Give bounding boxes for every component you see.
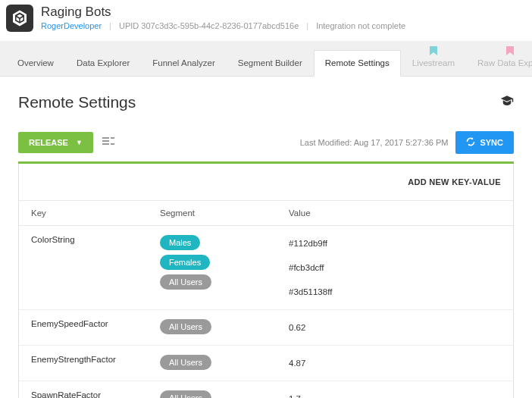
priority-icon[interactable] [102, 136, 114, 149]
segment-pill[interactable]: All Users [160, 274, 211, 290]
segment-cell: All Users [160, 355, 289, 371]
caret-down-icon: ▼ [76, 139, 83, 146]
table-row[interactable]: EnemyStrengthFactorAll Users4.87 [19, 346, 513, 381]
value-text: 4.87 [289, 355, 501, 371]
value-cell: 1.7 [289, 390, 501, 398]
value-text: #fcb3dcff [289, 259, 501, 276]
segment-pill[interactable]: Females [160, 255, 210, 270]
tab-funnel-analyzer[interactable]: Funnel Analyzer [141, 50, 226, 76]
value-cell: #112db9ff#fcb3dcff#3d51138ff [289, 235, 501, 300]
table-row[interactable]: ColorStringMalesFemalesAll Users#112db9f… [19, 226, 513, 310]
table-row[interactable]: SpawnRateFactorAll Users1.7 [19, 381, 513, 398]
segment-cell: MalesFemalesAll Users [160, 235, 289, 300]
tab-remote-settings[interactable]: Remote Settings [314, 50, 401, 77]
col-value: Value [289, 208, 501, 218]
app-meta: RogerDeveloper | UPID 307c3d3c-595b-44c2… [41, 21, 405, 30]
key-cell: SpawnRateFactor [31, 390, 160, 398]
key-cell: EnemyStrengthFactor [31, 355, 160, 371]
value-cell: 0.62 [289, 319, 501, 336]
main-tabs: Overview Data Explorer Funnel Analyzer S… [0, 41, 532, 77]
segment-pill[interactable]: All Users [160, 355, 211, 370]
tab-overview[interactable]: Overview [6, 50, 65, 76]
table-header: Key Segment Value [19, 200, 513, 226]
value-cell: 4.87 [289, 355, 501, 371]
unity-logo-icon [6, 5, 33, 32]
key-cell: EnemySpeedFactor [31, 319, 160, 336]
tab-raw-data-export[interactable]: Raw Data Export [466, 50, 532, 76]
upid-text: UPID 307c3d3c-595b-44c2-8236-0177abcd516… [119, 21, 299, 30]
action-bar: RELEASE ▼ Last Modified: Aug 17, 2017 5:… [18, 131, 514, 154]
refresh-icon [466, 137, 475, 148]
graduation-cap-icon[interactable] [500, 94, 514, 111]
last-modified-text: Last Modified: Aug 17, 2017 5:27:36 PM [300, 138, 449, 147]
settings-panel: ADD NEW KEY-VALUE Key Segment Value Colo… [18, 164, 514, 398]
page-title: Remote Settings [18, 93, 136, 111]
bookmark-icon [430, 46, 437, 57]
tab-livestream[interactable]: Livestream [401, 50, 466, 76]
integration-status: Integration not complete [316, 21, 405, 30]
col-key: Key [31, 208, 160, 218]
release-button[interactable]: RELEASE ▼ [18, 132, 93, 153]
segment-cell: All Users [160, 319, 289, 336]
app-title: Raging Bots [41, 5, 405, 20]
tab-segment-builder[interactable]: Segment Builder [227, 50, 314, 76]
segment-pill[interactable]: All Users [160, 319, 211, 334]
sync-button[interactable]: SYNC [455, 131, 514, 154]
table-row[interactable]: EnemySpeedFactorAll Users0.62 [19, 310, 513, 346]
segment-pill[interactable]: All Users [160, 390, 211, 398]
value-text: 1.7 [289, 390, 501, 398]
tab-data-explorer[interactable]: Data Explorer [65, 50, 141, 76]
value-text: #112db9ff [289, 235, 501, 252]
app-header: Raging Bots RogerDeveloper | UPID 307c3d… [0, 0, 532, 41]
bookmark-icon [506, 46, 514, 57]
add-key-value-button[interactable]: ADD NEW KEY-VALUE [19, 164, 513, 200]
segment-cell: All Users [160, 390, 289, 398]
content-area: Remote Settings RELEASE ▼ Last Modified:… [0, 77, 532, 398]
developer-link[interactable]: RogerDeveloper [41, 21, 102, 30]
key-cell: ColorString [31, 235, 160, 300]
segment-pill[interactable]: Males [160, 235, 200, 250]
col-segment: Segment [160, 208, 289, 218]
value-text: #3d51138ff [289, 284, 501, 300]
value-text: 0.62 [289, 319, 501, 336]
